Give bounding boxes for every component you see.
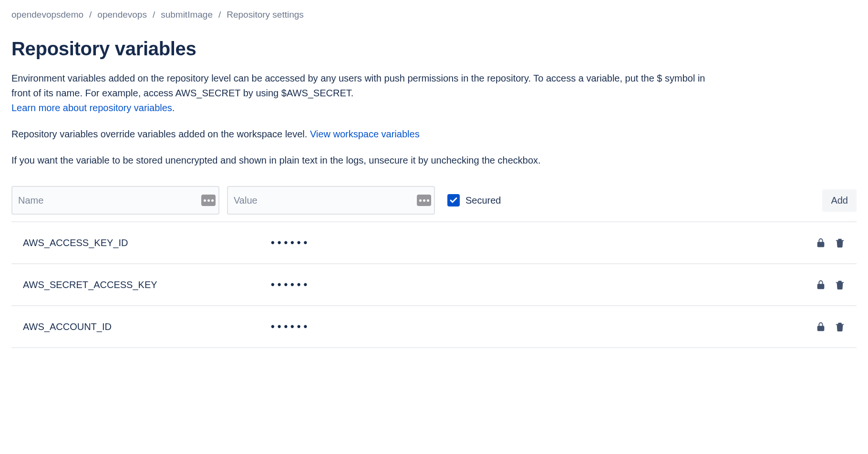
learn-more-link[interactable]: Learn more about repository variables bbox=[11, 103, 172, 113]
variable-actions bbox=[816, 321, 845, 332]
breadcrumb-separator: / bbox=[218, 10, 221, 20]
trash-icon[interactable] bbox=[835, 279, 845, 290]
trash-icon[interactable] bbox=[835, 321, 845, 332]
value-input-wrap bbox=[227, 186, 435, 215]
add-button[interactable]: Add bbox=[822, 189, 857, 212]
variable-actions bbox=[816, 279, 845, 290]
trash-icon[interactable] bbox=[835, 237, 845, 248]
password-mask-icon bbox=[417, 195, 431, 206]
page-title: Repository variables bbox=[11, 38, 857, 60]
secured-checkbox[interactable] bbox=[447, 194, 460, 206]
secured-checkbox-wrap: Secured bbox=[447, 194, 501, 206]
variable-value-masked: •••••• bbox=[271, 279, 816, 291]
override-text: Repository variables override variables … bbox=[11, 129, 310, 139]
description-unsecure: If you want the variable to be stored un… bbox=[11, 153, 713, 168]
variable-name: AWS_SECRET_ACCESS_KEY bbox=[23, 279, 271, 290]
breadcrumb-item-3[interactable]: Repository settings bbox=[227, 10, 304, 20]
description-override: Repository variables override variables … bbox=[11, 127, 713, 142]
breadcrumb-separator: / bbox=[153, 10, 155, 20]
variable-actions bbox=[816, 237, 845, 248]
variable-row: AWS_SECRET_ACCESS_KEY •••••• bbox=[11, 264, 857, 306]
lock-icon bbox=[816, 237, 826, 248]
breadcrumb-separator: / bbox=[89, 10, 92, 20]
view-workspace-variables-link[interactable]: View workspace variables bbox=[310, 129, 420, 139]
name-input[interactable] bbox=[11, 186, 219, 215]
secured-label: Secured bbox=[465, 195, 501, 206]
variable-name: AWS_ACCESS_KEY_ID bbox=[23, 237, 271, 248]
lock-icon bbox=[816, 279, 826, 290]
variable-row: AWS_ACCESS_KEY_ID •••••• bbox=[11, 222, 857, 264]
variable-name: AWS_ACCOUNT_ID bbox=[23, 321, 271, 332]
breadcrumb-item-1[interactable]: opendevops bbox=[97, 10, 147, 20]
breadcrumb-item-2[interactable]: submitImage bbox=[161, 10, 213, 20]
variable-value-masked: •••••• bbox=[271, 237, 816, 249]
value-input[interactable] bbox=[227, 186, 435, 215]
variable-row: AWS_ACCOUNT_ID •••••• bbox=[11, 306, 857, 348]
description-intro: Environment variables added on the repos… bbox=[11, 71, 713, 115]
variable-value-masked: •••••• bbox=[271, 320, 816, 333]
password-mask-icon bbox=[201, 195, 216, 206]
breadcrumb-item-0[interactable]: opendevopsdemo bbox=[11, 10, 83, 20]
variables-list: AWS_ACCESS_KEY_ID •••••• AWS_SECRET_ACCE… bbox=[11, 222, 857, 348]
lock-icon bbox=[816, 321, 826, 332]
description-intro-text: Environment variables added on the repos… bbox=[11, 73, 705, 98]
name-input-wrap bbox=[11, 186, 219, 215]
add-variable-form: Secured Add bbox=[11, 179, 857, 221]
breadcrumb: opendevopsdemo / opendevops / submitImag… bbox=[11, 10, 857, 20]
